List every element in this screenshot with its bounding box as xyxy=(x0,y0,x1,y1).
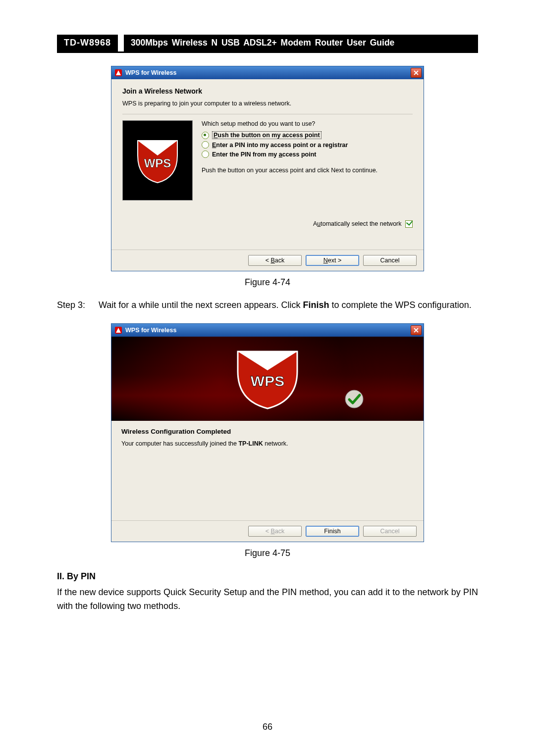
document-title: 300Mbps Wireless N USB ADSL2+ Modem Rout… xyxy=(124,35,478,51)
auto-select-row[interactable]: Automatically select the network xyxy=(111,202,424,228)
wps-dialog-setup: WPS for Wireless Join a Wireless Network… xyxy=(111,66,424,271)
divider xyxy=(122,114,413,114)
svg-point-4 xyxy=(345,390,363,408)
wps-app-icon xyxy=(114,69,122,77)
model-number: TD-W8968 xyxy=(57,35,118,51)
close-icon xyxy=(414,328,419,333)
window-title: WPS for Wireless xyxy=(125,69,176,76)
cancel-button[interactable]: Cancel xyxy=(363,255,417,266)
window-titlebar: WPS for Wireless xyxy=(111,66,424,79)
page-number: 66 xyxy=(0,722,535,732)
radio-label: Push the button on my access point xyxy=(212,131,321,139)
completion-message: Your computer has successfully joined th… xyxy=(121,440,414,447)
finish-button[interactable]: Finish xyxy=(306,526,359,537)
radio-option-enter-pin-from-ap[interactable]: Enter the PIN from my access point xyxy=(202,151,413,158)
radio-label: Enter the PIN from my access point xyxy=(212,151,316,158)
window-titlebar: WPS for Wireless xyxy=(111,324,424,337)
svg-text:WPS: WPS xyxy=(251,373,284,389)
back-button[interactable]: < Back xyxy=(248,255,302,266)
wps-banner-image: WPS xyxy=(111,337,424,421)
close-button[interactable] xyxy=(411,325,422,335)
wps-dialog-completed: WPS for Wireless WPS Wireless Configurat… xyxy=(111,323,424,542)
completion-heading: Wireless Configuration Completed xyxy=(121,428,414,435)
wps-logo-image: WPS xyxy=(122,120,193,201)
document-header: TD-W8968 300Mbps Wireless N USB ADSL2+ M… xyxy=(57,35,478,53)
window-title: WPS for Wireless xyxy=(125,327,176,334)
radio-icon xyxy=(202,141,209,149)
dialog-intro-text: WPS is preparing to join your computer t… xyxy=(122,100,413,107)
figure-caption: Figure 4-75 xyxy=(57,548,478,558)
back-button: < Back xyxy=(248,526,302,537)
auto-select-label: Automatically select the network xyxy=(313,220,402,227)
close-button[interactable] xyxy=(411,68,422,78)
radio-icon xyxy=(202,151,209,158)
next-button[interactable]: Next > xyxy=(306,255,359,266)
success-check-icon xyxy=(344,389,364,409)
radio-label: Enter a PIN into my access point or a re… xyxy=(212,142,348,149)
section-heading: II. By PIN xyxy=(57,571,478,582)
instruction-text: Push the button on your access point and… xyxy=(202,167,413,174)
wps-app-icon xyxy=(114,326,122,334)
section-paragraph: If the new device supports Quick Securit… xyxy=(57,586,478,613)
step-3-instruction: Step 3: Wait for a while until the next … xyxy=(57,299,478,312)
close-icon xyxy=(414,70,419,75)
step-text: Wait for a while until the next screen a… xyxy=(99,299,478,312)
radio-option-enter-pin-registrar[interactable]: Enter a PIN into my access point or a re… xyxy=(202,141,413,149)
svg-text:WPS: WPS xyxy=(144,156,171,170)
cancel-button: Cancel xyxy=(363,526,417,537)
figure-caption: Figure 4-74 xyxy=(57,277,478,288)
step-label: Step 3: xyxy=(57,299,95,312)
question-text: Which setup method do you want to use? xyxy=(202,120,413,127)
dialog-heading: Join a Wireless Network xyxy=(122,87,413,95)
checkbox-checked-icon[interactable] xyxy=(405,220,413,228)
radio-option-push-button[interactable]: Push the button on my access point xyxy=(202,131,413,139)
radio-icon xyxy=(202,132,209,139)
